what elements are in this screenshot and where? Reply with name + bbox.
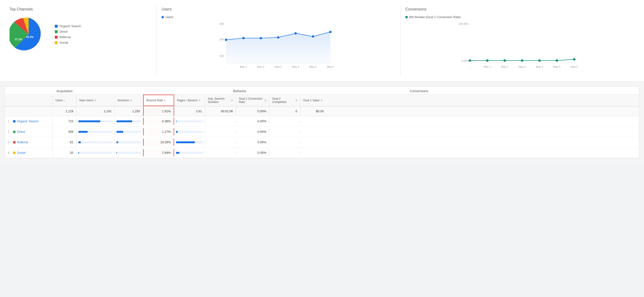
svg-text:May 5: May 5 bbox=[553, 65, 560, 68]
behavior-section-label: Behavior bbox=[229, 89, 406, 93]
sessions-bar-0 bbox=[116, 120, 132, 122]
goal1-value-col-label: Goal 1 Value bbox=[303, 99, 320, 102]
channel-link-0[interactable]: Organic Search bbox=[17, 119, 38, 123]
users-point-3 bbox=[277, 36, 280, 39]
users-dot bbox=[162, 16, 164, 18]
goal1-conv-cell-3: 0.00% bbox=[236, 149, 269, 156]
bounce-rate-col-header[interactable]: Bounce Rate ⇅ bbox=[143, 95, 174, 106]
conversions-chart-wrapper: 100.00% 0.00% ... May 1 May 2 May 3 May … bbox=[405, 21, 634, 74]
conv-point-5 bbox=[556, 59, 558, 62]
svg-text:...: ... bbox=[469, 65, 471, 68]
users-point-4 bbox=[294, 32, 297, 35]
channel-color-3 bbox=[13, 152, 16, 154]
new-users-bar-0 bbox=[78, 120, 100, 122]
avg-session-col-header[interactable]: Avg. Session Duration ⇅ bbox=[205, 95, 236, 106]
pie-label-organic: 63.8% bbox=[26, 36, 34, 38]
goal1-value-cell-3 bbox=[300, 151, 326, 155]
svg-text:0.00%: 0.00% bbox=[461, 59, 469, 62]
bounce-rate-cell-2: 19.28% bbox=[143, 138, 174, 146]
conv-point-1 bbox=[486, 59, 488, 62]
goal1-completion-cell-3 bbox=[269, 151, 300, 155]
users-legend: Users bbox=[162, 15, 390, 19]
users-point-2 bbox=[260, 37, 262, 39]
goal1-conv-sort-icon: ⇅ bbox=[264, 99, 266, 102]
pages-bar-3 bbox=[176, 152, 179, 154]
data-rows-container: 1 Organic Search 722 0.38% 0.00 bbox=[5, 116, 639, 158]
users-card: Users Users 300 200 100 bbox=[156, 5, 395, 77]
sessions-cell-0 bbox=[114, 118, 143, 124]
pages-session-cell-1 bbox=[174, 129, 205, 135]
column-headers: Users ↓ New Users ⇅ Sessions ⇅ Bounce Ra… bbox=[5, 95, 639, 107]
top-channels-card: Top Channels 63.8% 27.2% Organic Search bbox=[5, 5, 152, 77]
users-col-header[interactable]: Users ↓ bbox=[53, 95, 76, 106]
total-sessions: 1,255 bbox=[114, 107, 143, 116]
conversions-legend: WA Review (Goal 1 Conversion Rate) bbox=[405, 15, 634, 19]
pages-session-col-header[interactable]: Pages / Session ⇅ bbox=[174, 95, 205, 106]
legend-label-organic: Organic Search bbox=[60, 24, 81, 28]
channel-cell-2: 3 Referral bbox=[5, 137, 53, 147]
channel-cell-1: 2 Direct bbox=[5, 127, 53, 137]
svg-text:May 4: May 4 bbox=[292, 65, 299, 68]
bounce-rate-cell-3: 2.94% bbox=[143, 149, 174, 156]
users-cell-3: 20 bbox=[53, 149, 76, 156]
avg-session-cell-0 bbox=[205, 119, 236, 123]
bounce-rate-col-label: Bounce Rate bbox=[146, 99, 163, 102]
svg-text:May 1: May 1 bbox=[484, 65, 491, 68]
sessions-bar-3 bbox=[116, 152, 117, 154]
svg-text:May 2: May 2 bbox=[501, 65, 508, 68]
bounce-rate-cell-0: 0.38% bbox=[143, 118, 174, 125]
channel-col-spacer bbox=[5, 89, 53, 93]
svg-text:May 3: May 3 bbox=[275, 65, 282, 68]
goal1-completion-sort-icon: ⇅ bbox=[295, 99, 297, 102]
legend-organic: Organic Search bbox=[55, 24, 81, 28]
sessions-cell-1 bbox=[114, 129, 143, 135]
goal1-completion-cell-2 bbox=[269, 140, 300, 144]
legend-color-direct bbox=[55, 30, 58, 33]
channel-color-1 bbox=[13, 131, 16, 133]
svg-text:300: 300 bbox=[219, 23, 224, 25]
total-users: 1,129 bbox=[53, 107, 76, 116]
pie-container: 63.8% 27.2% Organic Search Direct Referr… bbox=[10, 15, 147, 53]
goal1-completion-col-header[interactable]: Goal 1 Completion ⇅ bbox=[269, 95, 300, 106]
section-group-headers: Acquisition Behavior Conversions bbox=[5, 87, 639, 95]
new-users-cell-1 bbox=[76, 129, 114, 135]
avg-session-sort-icon: ⇅ bbox=[231, 99, 233, 102]
new-users-col-header[interactable]: New Users ⇅ bbox=[76, 95, 114, 106]
pages-bar-2 bbox=[176, 141, 195, 143]
channel-link-1[interactable]: Direct bbox=[17, 130, 25, 133]
channel-color-2 bbox=[13, 141, 16, 143]
conversions-dot bbox=[405, 16, 408, 18]
svg-text:...: ... bbox=[225, 65, 227, 68]
sessions-col-header[interactable]: Sessions ⇅ bbox=[114, 95, 143, 106]
channel-col-header bbox=[5, 95, 53, 106]
svg-text:200: 200 bbox=[219, 38, 224, 41]
avg-session-cell-1 bbox=[205, 130, 236, 134]
channel-cell-3: 4 Social bbox=[5, 148, 53, 158]
avg-session-col-label: Avg. Session Duration bbox=[208, 97, 230, 104]
users-point-1 bbox=[242, 37, 245, 39]
new-users-bar-2 bbox=[78, 141, 81, 143]
legend-label-referral: Referral bbox=[60, 35, 70, 39]
channel-cell-0: 1 Organic Search bbox=[5, 116, 53, 126]
users-sort-icon: ↓ bbox=[64, 99, 65, 102]
goal1-conv-rate-col-header[interactable]: Goal 1 Conversion Rate ⇅ bbox=[236, 95, 269, 106]
top-channels-title: Top Channels bbox=[10, 7, 147, 12]
legend-label-social: Social bbox=[60, 41, 68, 44]
table-row: 2 Direct 308 1.17% 0.00% bbox=[5, 127, 639, 137]
channel-color-0 bbox=[13, 120, 16, 123]
total-pages-session: 2.61 bbox=[174, 107, 205, 116]
sessions-cell-3 bbox=[114, 150, 143, 156]
svg-text:May 3: May 3 bbox=[518, 65, 526, 68]
table-row: 3 Referral 81 19.28% 0.00% bbox=[5, 137, 639, 148]
channel-link-3[interactable]: Social bbox=[17, 151, 25, 154]
total-goal1-conv: 0.00% bbox=[236, 107, 269, 116]
channel-link-2[interactable]: Referral bbox=[17, 140, 28, 144]
goal1-value-col-header[interactable]: Goal 1 Value ⇅ bbox=[300, 95, 326, 106]
users-col-label: Users bbox=[56, 99, 63, 102]
conv-point-4 bbox=[538, 59, 541, 62]
legend-color-social bbox=[55, 41, 58, 44]
goal1-value-cell-1 bbox=[300, 130, 326, 134]
total-bounce-rate: 1.91% bbox=[143, 107, 174, 116]
conv-point-6 bbox=[573, 58, 576, 61]
goal1-value-cell-0 bbox=[300, 119, 326, 123]
